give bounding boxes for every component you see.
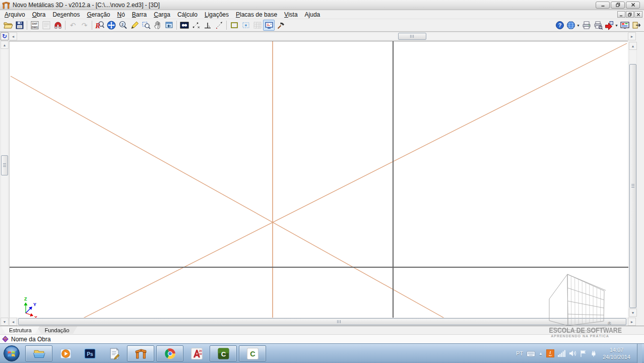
minimize-button[interactable] <box>596 2 610 9</box>
tab-fundacao[interactable]: Fundação <box>37 326 78 334</box>
grid-display-button[interactable] <box>251 20 263 31</box>
hscroll-top-right-arrow[interactable]: ► <box>628 32 636 40</box>
action-center-flag-icon[interactable] <box>580 350 587 357</box>
vscroll-left-track[interactable] <box>1 49 9 318</box>
drawing-canvas[interactable]: Z Y X <box>9 41 628 318</box>
restore-button[interactable] <box>611 2 625 9</box>
zoom-all-button[interactable] <box>105 20 117 31</box>
zoom-x2-button[interactable]: 2 <box>117 20 128 31</box>
hscroll-top-track[interactable] <box>17 32 627 40</box>
save-button[interactable] <box>14 20 25 31</box>
export-dxf-dwg-button[interactable] <box>40 20 52 31</box>
hscroll-bottom-right-arrow[interactable]: ► <box>628 318 636 326</box>
mdi-close-button[interactable] <box>634 11 642 18</box>
tab-estrutura[interactable]: Estrutura <box>1 326 40 334</box>
mdi-minimize-icon <box>619 13 623 17</box>
volume-icon[interactable] <box>569 350 576 357</box>
tools-options-button[interactable] <box>275 20 286 31</box>
vscroll-right-down-arrow[interactable]: ▼ <box>629 309 637 317</box>
vscroll-right-thumb[interactable] <box>629 64 636 308</box>
java-update-icon[interactable] <box>546 349 554 357</box>
taskbar-metalicas-3d[interactable] <box>127 345 154 361</box>
hscroll-top-left-arrow[interactable]: ◄ <box>9 32 17 40</box>
taskbar-photoshop[interactable]: Ps <box>79 345 101 361</box>
perpendicular-tool-button[interactable] <box>202 20 213 31</box>
taskbar-windows-explorer[interactable] <box>25 345 52 361</box>
presentation-view-button[interactable] <box>619 20 630 31</box>
windows-media-player-icon <box>59 347 73 360</box>
vscroll-left-up-arrow[interactable]: ▲ <box>1 41 9 49</box>
taskbar-camtasia-recorder[interactable]: C <box>239 345 266 361</box>
zoom-window-button[interactable] <box>140 20 152 31</box>
edit-pencil-button[interactable] <box>128 20 140 31</box>
open-file-button[interactable] <box>2 20 14 31</box>
undo-button[interactable]: ↶ <box>67 20 79 31</box>
export-image-icon <box>604 20 614 30</box>
hidden-icons-arrow[interactable]: ▲ <box>539 351 543 356</box>
keyboard-icon[interactable] <box>527 350 535 357</box>
start-button[interactable] <box>3 345 20 362</box>
menu-item-desenhos[interactable]: Desenhos <box>49 11 83 19</box>
clock[interactable]: 14:07 24/10/2014 <box>603 346 630 360</box>
clock-time: 14:07 <box>603 346 630 353</box>
selection-options-button[interactable] <box>240 20 251 31</box>
mdi-minimize-button[interactable] <box>617 11 625 18</box>
hscroll-bottom-left-arrow[interactable]: ◄ <box>9 318 17 326</box>
taskbar-camtasia-studio[interactable]: C <box>210 345 237 361</box>
menu-item-carga[interactable]: Carga <box>150 11 174 19</box>
import-dxf-dwg-button[interactable]: DXFDWG <box>29 20 40 31</box>
print-preview-button[interactable] <box>592 20 604 31</box>
help-button[interactable]: ? <box>554 20 565 31</box>
selection-rectangle-button[interactable] <box>228 20 240 31</box>
screen-settings-button[interactable] <box>263 20 275 31</box>
menu-item-geracao[interactable]: Geração <box>83 11 113 19</box>
export-image-button[interactable]: ▼ <box>604 20 619 31</box>
language-indicator[interactable]: PT <box>516 350 523 356</box>
menu-item-calculo[interactable]: Cálculo <box>174 11 201 19</box>
import-dxf-dwg-icon: DXFDWG <box>30 20 40 30</box>
notepad-icon <box>107 347 121 360</box>
taskbar-google-chrome[interactable] <box>156 345 183 361</box>
tab-label: Fundação <box>45 327 70 333</box>
hscroll-top-thumb[interactable] <box>398 33 426 40</box>
exit-app-button[interactable] <box>630 20 642 31</box>
web-globe-button[interactable]: ▼ <box>565 20 581 31</box>
menu-item-arquivo[interactable]: Arquivo <box>1 11 29 19</box>
mdi-restore-button[interactable] <box>626 11 634 18</box>
close-button[interactable] <box>626 2 640 9</box>
menu-item-no[interactable]: Nó <box>113 11 128 19</box>
redo-button[interactable]: ↷ <box>79 20 90 31</box>
menu-item-obra[interactable]: Obra <box>29 11 49 19</box>
taskbar-windows-media-player[interactable] <box>54 345 77 361</box>
search-window-button[interactable] <box>178 20 190 31</box>
taskbar-notepad[interactable] <box>103 345 125 361</box>
measure-tool-button[interactable] <box>213 20 225 31</box>
menu-item-ligacoes[interactable]: Ligações <box>201 11 232 19</box>
vscroll-left-thumb[interactable] <box>1 155 8 175</box>
hscroll-bottom-thumb[interactable] <box>18 318 626 325</box>
tab-label: Estrutura <box>9 327 32 333</box>
pan-hand-button[interactable] <box>152 20 163 31</box>
menu-item-placas-de-base[interactable]: Placas de base <box>232 11 281 19</box>
network-signal-icon[interactable] <box>558 350 565 357</box>
menu-item-vista[interactable]: Vista <box>281 11 301 19</box>
svg-text:2: 2 <box>121 22 123 27</box>
project-book-icon <box>2 335 9 343</box>
menu-item-ajuda[interactable]: Ajuda <box>301 11 324 19</box>
previous-view-button[interactable] <box>163 20 175 31</box>
redraw-button[interactable]: R <box>94 20 105 31</box>
vscroll-right-up-arrow[interactable]: ▲ <box>629 42 637 50</box>
taskbar-autocad-2010[interactable]: 2010 <box>185 345 208 361</box>
web-globe-icon <box>566 20 576 30</box>
metalicas-3d-icon <box>134 347 148 360</box>
magnet-snap-button[interactable] <box>52 20 63 31</box>
rotate-view-button[interactable]: ↻ <box>1 32 9 40</box>
show-desktop-button[interactable] <box>637 344 642 363</box>
node-display-button[interactable] <box>190 20 202 31</box>
menu-item-barra[interactable]: Barra <box>128 11 150 19</box>
axis-y-label: Y <box>33 302 36 307</box>
camtasia-recorder-icon: C <box>246 347 260 360</box>
power-plug-icon[interactable] <box>590 350 597 357</box>
vscroll-left-down-arrow[interactable]: ▼ <box>1 318 9 326</box>
print-button[interactable] <box>581 20 592 31</box>
